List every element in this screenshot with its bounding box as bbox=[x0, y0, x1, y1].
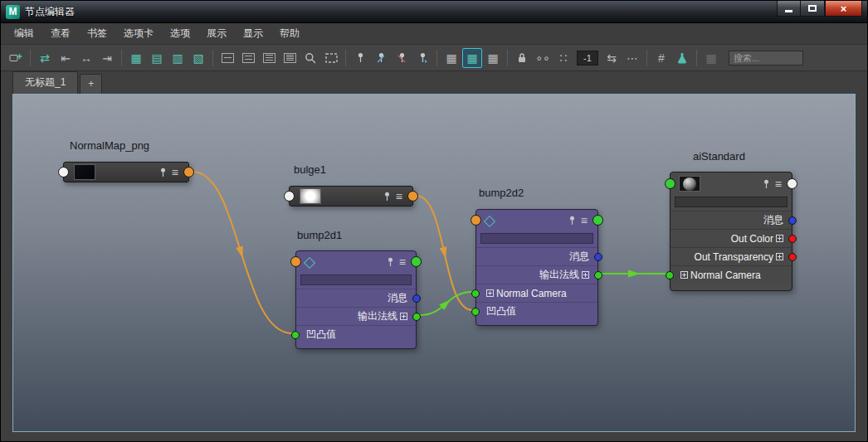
attr-row-out-color[interactable]: Out Color bbox=[671, 229, 792, 247]
node-aistandard[interactable]: ≡ 消息 Out Color Out Transparency bbox=[670, 172, 792, 291]
menu-options[interactable]: 选项 bbox=[162, 23, 198, 44]
test-flask-icon[interactable] bbox=[672, 48, 692, 68]
pin-add-icon[interactable] bbox=[350, 48, 370, 68]
traversal-depth-field[interactable]: -1 bbox=[577, 51, 598, 66]
menu-icon[interactable]: ≡ bbox=[396, 191, 402, 202]
message-plug[interactable] bbox=[594, 253, 602, 261]
output-socket[interactable] bbox=[787, 178, 797, 189]
display-custom-mode-icon[interactable] bbox=[280, 48, 300, 68]
create-node-icon[interactable] bbox=[6, 48, 26, 68]
attr-row-normal-camera[interactable]: Normal Camera bbox=[671, 265, 792, 284]
menu-show[interactable]: 展示 bbox=[198, 23, 235, 44]
attr-row-message[interactable]: 消息 bbox=[671, 211, 792, 229]
swatch-size-medium-icon[interactable]: ▦ bbox=[462, 48, 482, 68]
attr-row-out-normal[interactable]: 输出法线 bbox=[476, 265, 597, 284]
texture-swatch[interactable] bbox=[74, 164, 95, 180]
expand-icon[interactable] bbox=[486, 289, 494, 297]
out-color-plug[interactable] bbox=[788, 235, 797, 243]
expand-icon[interactable] bbox=[400, 313, 407, 320]
menu-help[interactable]: 帮助 bbox=[271, 23, 308, 44]
dots-pair-icon[interactable]: ∘∘ bbox=[533, 48, 553, 68]
attr-row-out-transparency[interactable]: Out Transparency bbox=[671, 247, 792, 265]
connection-bump2d1-to-bump2d2[interactable] bbox=[420, 292, 472, 315]
pin-icon[interactable] bbox=[568, 216, 577, 226]
attr-row-bump-value[interactable]: 凹凸值 bbox=[476, 302, 597, 320]
display-connected-mode-icon[interactable] bbox=[238, 48, 258, 68]
out-normal-plug[interactable] bbox=[594, 271, 602, 279]
output-connections-icon[interactable]: ⇥ bbox=[97, 48, 117, 68]
pin-icon[interactable] bbox=[383, 192, 392, 202]
attr-row-out-normal[interactable]: 输出法线 bbox=[296, 307, 416, 325]
output-socket[interactable] bbox=[183, 167, 194, 177]
node-header[interactable]: ≡ bbox=[476, 210, 597, 231]
expand-icon[interactable] bbox=[680, 271, 688, 279]
minimize-button[interactable] bbox=[777, 1, 801, 17]
message-plug[interactable] bbox=[412, 294, 421, 303]
tab-untitled-1[interactable]: 无标题_1 bbox=[12, 71, 78, 94]
swatch-size-small-icon[interactable]: ▦ bbox=[441, 48, 461, 68]
lock-icon[interactable] bbox=[512, 48, 532, 68]
input-output-connections-icon[interactable]: ↔ bbox=[76, 48, 96, 68]
node-bump2d1[interactable]: ≡ 消息 输出法线 凹凸值 bbox=[295, 250, 417, 349]
input-socket[interactable] bbox=[58, 167, 69, 177]
maximize-button[interactable] bbox=[801, 1, 825, 17]
menu-tabs[interactable]: 选项卡 bbox=[115, 23, 162, 44]
texture-swatch[interactable] bbox=[300, 188, 321, 204]
menu-view[interactable]: 查看 bbox=[42, 23, 79, 44]
menu-icon[interactable]: ≡ bbox=[172, 167, 178, 178]
display-full-mode-icon[interactable] bbox=[259, 48, 279, 68]
attr-row-message[interactable]: 消息 bbox=[296, 289, 416, 307]
message-plug[interactable] bbox=[788, 216, 797, 225]
attr-row-message[interactable]: 消息 bbox=[476, 247, 597, 265]
add-tab-button[interactable]: + bbox=[80, 74, 102, 94]
graph-selected-icon[interactable]: ▦ bbox=[126, 48, 146, 68]
pin-icon[interactable] bbox=[762, 179, 771, 189]
output-socket[interactable] bbox=[592, 215, 603, 226]
bump-value-plug[interactable] bbox=[471, 308, 480, 316]
expand-icon[interactable] bbox=[776, 253, 783, 260]
pin-remove-icon[interactable] bbox=[392, 48, 412, 68]
node-header[interactable]: ≡ bbox=[671, 172, 792, 195]
hash-grid-icon[interactable]: # bbox=[651, 48, 671, 68]
menu-display[interactable]: 显示 bbox=[235, 23, 271, 44]
menu-icon[interactable]: ≡ bbox=[581, 215, 588, 226]
frame-all-icon[interactable] bbox=[321, 48, 341, 68]
output-socket[interactable] bbox=[411, 256, 422, 267]
connection-normalmap-to-bump2d1[interactable] bbox=[193, 172, 292, 333]
output-socket[interactable] bbox=[407, 191, 418, 202]
graph-add-icon[interactable]: ▤ bbox=[147, 48, 167, 68]
swatch-size-large-icon[interactable]: ▦ bbox=[483, 48, 503, 68]
sync-selection-icon[interactable]: ⇄ bbox=[35, 48, 55, 68]
pin-promote-icon[interactable] bbox=[412, 48, 432, 68]
node-name-field[interactable] bbox=[480, 233, 593, 244]
bump-value-plug[interactable] bbox=[291, 331, 300, 339]
node-header[interactable]: ≡ bbox=[296, 251, 416, 273]
pin-icon[interactable] bbox=[158, 168, 168, 177]
pin-keep-icon[interactable] bbox=[371, 48, 391, 68]
step-arrows-icon[interactable]: ⇆ bbox=[602, 48, 622, 68]
normal-camera-plug[interactable] bbox=[471, 289, 480, 298]
expand-icon[interactable] bbox=[582, 271, 589, 279]
zoom-icon[interactable] bbox=[300, 48, 320, 68]
graph-rearrange-icon[interactable]: ▧ bbox=[188, 48, 208, 68]
node-name-field[interactable] bbox=[675, 197, 788, 207]
out-normal-plug[interactable] bbox=[412, 313, 421, 321]
pin-icon[interactable] bbox=[386, 257, 395, 267]
dots-row-icon[interactable]: ⋯ bbox=[622, 48, 642, 68]
node-bulge1[interactable]: ≡ bbox=[289, 186, 413, 206]
close-button[interactable]: × bbox=[825, 1, 862, 17]
menu-icon[interactable]: ≡ bbox=[775, 178, 782, 190]
attr-row-normal-camera[interactable]: Normal Camera bbox=[476, 284, 597, 302]
display-simple-mode-icon[interactable] bbox=[217, 48, 237, 68]
material-swatch[interactable] bbox=[679, 176, 700, 192]
menu-bookmarks[interactable]: 书签 bbox=[79, 23, 115, 44]
node-name-field[interactable] bbox=[300, 274, 412, 285]
grid-dots-icon[interactable]: ∷ bbox=[553, 48, 573, 68]
node-normalmap-png[interactable]: ≡ bbox=[63, 162, 189, 182]
input-socket[interactable] bbox=[665, 178, 675, 189]
menu-edit[interactable]: 编辑 bbox=[6, 23, 42, 44]
connection-bump2d2-to-aistandard[interactable] bbox=[602, 270, 666, 278]
titlebar[interactable]: M 节点编辑器 × bbox=[1, 1, 867, 23]
attr-row-bump-value[interactable]: 凹凸值 bbox=[296, 325, 416, 343]
node-bump2d2[interactable]: ≡ 消息 输出法线 Normal Camera bbox=[475, 209, 598, 326]
